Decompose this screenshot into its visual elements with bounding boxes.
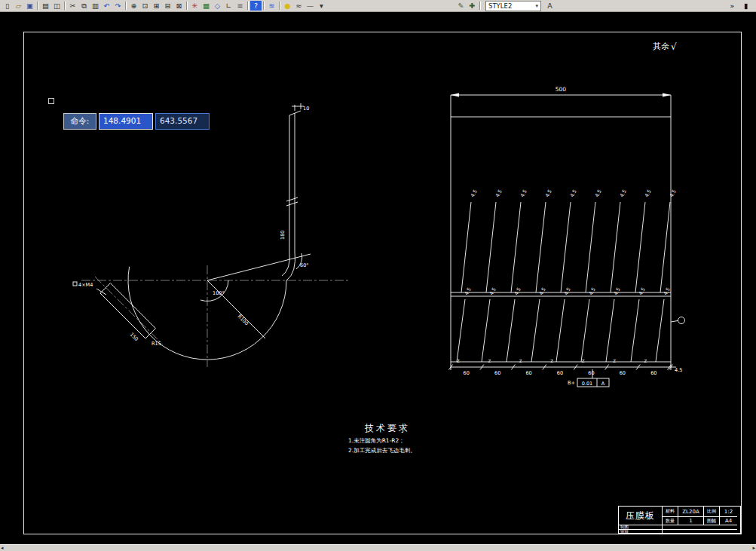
scroll-left-icon[interactable]: ◂ [1,546,4,551]
svg-text:Z: Z [613,359,616,363]
horizontal-scrollbar[interactable]: ◂ ▸ [0,544,756,551]
overflow-icon[interactable]: » [727,1,738,11]
text-style-icon[interactable]: A [544,1,556,11]
scroll-right-icon[interactable]: ▸ [752,546,755,551]
zoom-out-icon[interactable]: ⊟ [162,1,173,11]
sheet-label-cell: 图幅 [703,516,719,525]
qty-label-cell: 数量 [662,516,678,525]
scale-label-cell: 比例 [703,507,719,516]
svg-text:60: 60 [650,370,657,376]
dim-height-label: 180 [280,231,286,240]
modify-toolbar-icon[interactable]: ✚ [467,1,478,11]
style-combobox-value: STYLE2 [488,2,512,10]
slot-lines: 4.54.54.54.54.54.54.54.54.54.54.54.54.54… [449,188,678,375]
gdt-prefix-label: B+ [568,380,575,386]
command-x-input[interactable]: 148.4901 [99,113,153,130]
gdt-tolerance-label: 0.01 [582,381,592,387]
right-view: 500 4.5 B+ 0.01 A 4.54.54.54.54.54.54.54… [449,86,685,387]
surface-finish-note: 其余 √ [653,41,677,52]
toolbar-separator [37,2,38,10]
drawing-canvas[interactable]: 10 180 100° 60° R100 150 R15 4×M4 500 4.… [0,0,756,551]
zoom-realtime-icon[interactable]: ⊕ [128,1,139,11]
svg-text:Z: Z [457,359,460,363]
svg-text:4.5: 4.5 [619,188,628,198]
svg-text:Z: Z [582,359,585,363]
dynamic-input-overlay: 命令: 148.4901 643.5567 [63,113,210,130]
svg-text:Z: Z [488,359,491,363]
help-icon[interactable]: ? [250,1,262,11]
drag-handle-icon[interactable]: ▮ [740,1,751,11]
technical-requirements: 技术要求 1.未注圆角为R1-R2； 2.加工完成后去飞边毛刺。 [348,422,416,455]
angle-top-label: 60° [300,262,309,268]
checked-by-blank-cell [662,529,737,534]
roughness-icon: √ [671,41,677,52]
new-icon[interactable]: ▯ [2,1,13,11]
svg-text:4.5: 4.5 [513,286,522,296]
svg-text:60: 60 [588,370,594,376]
open-icon[interactable]: ▱ [13,1,24,11]
checked-by-cell: 审核 [619,529,662,534]
print-preview-icon[interactable]: ◫ [51,1,63,11]
svg-text:Z: Z [550,359,553,363]
svg-text:4.5: 4.5 [663,286,672,296]
sheet-set-icon[interactable]: ≋ [266,1,277,11]
ortho-icon[interactable]: ∟ [223,1,234,11]
grid-icon[interactable]: ▦ [200,1,212,11]
svg-text:4.5: 4.5 [488,286,497,296]
undo-icon[interactable]: ↶ [101,1,112,11]
end-dim-label: 4.5 [675,367,682,373]
properties-dropdown-icon[interactable]: ▾ [316,1,327,11]
svg-text:Z: Z [644,359,647,363]
chevron-down-icon: ▾ [535,3,538,9]
radius-label: R100 [237,314,250,327]
svg-text:60: 60 [464,370,470,376]
svg-text:4.5: 4.5 [638,286,647,296]
svg-text:4.5: 4.5 [464,286,473,296]
toolbar-separator [247,2,249,10]
svg-text:4.5: 4.5 [644,188,653,198]
toolbar-separator [125,2,127,10]
linetype-icon[interactable]: ≈ [293,1,305,11]
cut-icon[interactable]: ✂ [67,1,78,11]
svg-text:4.5: 4.5 [544,188,553,198]
dim-total-label: 500 [556,86,567,93]
main-toolbar: ▯▱▣▤◫✂⧉▥↶↷⊕⊡⊞⊟⊠✳▦◇∟≡?≋●≈—▾✎✚ STYLE2 ▾ A … [0,0,756,12]
paste-icon[interactable]: ▥ [90,1,101,11]
style-combobox[interactable]: STYLE2 ▾ [485,1,541,11]
svg-text:60: 60 [557,370,563,376]
toolbar-after-row: A [544,1,556,11]
layers-icon[interactable]: ≡ [234,1,246,11]
cad-application: { "toolbar": { "icons": [ {"name":"new-i… [0,0,756,551]
osnap-icon[interactable]: ◇ [212,1,223,11]
draw-toolbar-icon[interactable]: ✎ [455,1,467,11]
print-icon[interactable]: ▤ [40,1,51,11]
dim-top-label: 10 [303,106,309,112]
toolbar-separator [186,2,188,10]
save-icon[interactable]: ▣ [24,1,35,11]
svg-text:4.5: 4.5 [569,188,578,198]
lineweight-icon[interactable]: — [305,1,316,11]
qty-value-cell: 1 [678,516,703,525]
svg-text:Z: Z [519,359,522,363]
toolbar-separator [263,2,265,10]
zoom-in-icon[interactable]: ⊞ [151,1,162,11]
part-name-cell: 压膜板 [619,507,662,525]
redraw-icon[interactable]: ✳ [189,1,200,11]
material-label-cell: 材料 [662,507,678,516]
svg-text:60: 60 [525,370,531,376]
svg-text:4.5: 4.5 [669,188,678,198]
copy-icon[interactable]: ⧉ [78,1,90,11]
svg-text:4.5: 4.5 [538,286,547,296]
zoom-extents-icon[interactable]: ⊠ [173,1,185,11]
grip-marker[interactable] [48,98,54,104]
tab-callout-label: 4×M4 [78,282,93,288]
toolbar-separator [64,2,66,10]
zoom-window-icon[interactable]: ⊡ [139,1,151,11]
redo-icon[interactable]: ↷ [112,1,124,11]
command-y-input[interactable]: 643.5567 [155,113,210,130]
material-value-cell: ZL20A [678,507,703,516]
tab-radius-label: R15 [152,341,161,347]
sheet-value-cell: A4 [719,516,737,525]
toolbar-separator [479,2,481,10]
color-control-icon[interactable]: ● [282,1,293,11]
